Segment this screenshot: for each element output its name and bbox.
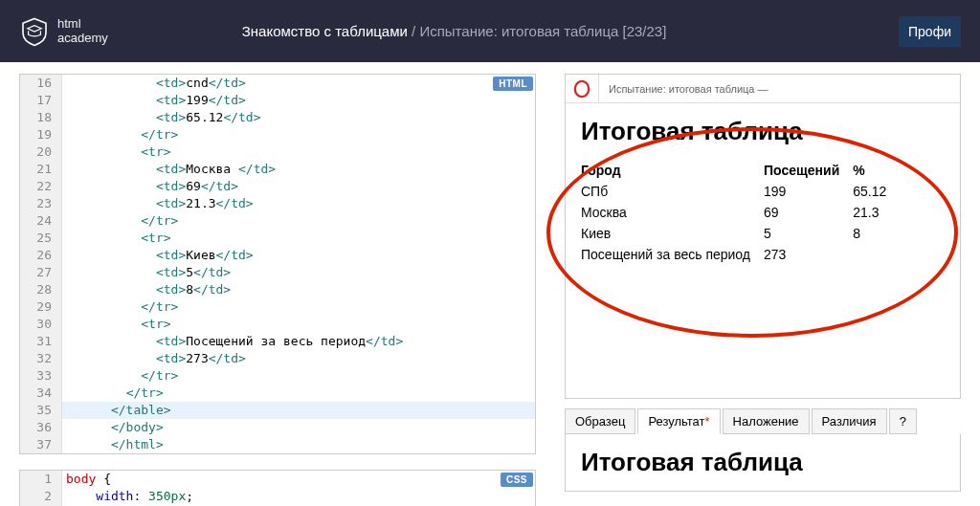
code-line[interactable]: 16 <td>cnd</td>: [20, 75, 535, 92]
tab-help[interactable]: ?: [889, 408, 917, 434]
table-cell: [853, 244, 900, 265]
code-line[interactable]: 37 </html>: [20, 436, 535, 453]
code-line[interactable]: 35 </table>: [20, 402, 535, 419]
breadcrumb: Знакомство с таблицами / Испытание: итог…: [242, 23, 667, 39]
logo[interactable]: html academy: [19, 16, 108, 47]
url-bar: Испытание: итоговая таблица —: [566, 75, 960, 103]
html-editor[interactable]: HTML 16 <td>cnd</td>17 <td>199</td>18 <t…: [19, 74, 536, 454]
breadcrumb-sub[interactable]: Испытание: итоговая таблица [23/23]: [419, 23, 666, 39]
code-line[interactable]: 18 <td>65.12</td>: [20, 109, 535, 126]
code-line[interactable]: 21 <td>Москва </td>: [20, 161, 535, 178]
shield-icon: [19, 16, 50, 47]
code-line[interactable]: 31 <td>Посещений за весь период</td>: [20, 333, 535, 350]
table-cell: Киев: [581, 223, 764, 244]
table-cell: 199: [764, 181, 853, 202]
breadcrumb-main[interactable]: Знакомство с таблицами: [242, 23, 408, 39]
svg-point-0: [575, 80, 589, 96]
css-editor[interactable]: CSS 1body {2 width: 350px;3 margin: 0;4 …: [19, 470, 536, 506]
table-header: Посещений: [764, 160, 853, 181]
code-line[interactable]: 32 <td>273</td>: [20, 350, 535, 367]
code-line[interactable]: 1body {: [20, 471, 535, 488]
code-line[interactable]: 33 </tr>: [20, 367, 535, 385]
table-header: %: [853, 160, 900, 181]
code-line[interactable]: 17 <td>199</td>: [20, 92, 535, 109]
code-line[interactable]: 22 <td>69</td>: [20, 178, 535, 195]
preview-browser: Испытание: итоговая таблица — Итоговая т…: [565, 74, 961, 399]
table-header: Город: [581, 160, 764, 181]
html-badge: HTML: [493, 77, 533, 91]
table-cell: 69: [764, 202, 853, 223]
code-line[interactable]: 27 <td>5</td>: [20, 264, 535, 281]
opera-icon: [573, 80, 590, 98]
code-line[interactable]: 29 </tr>: [20, 298, 535, 316]
code-line[interactable]: 28 <td>8</td>: [20, 281, 535, 298]
table-row: Посещений за весь период273: [581, 244, 900, 265]
logo-text: html academy: [57, 17, 108, 45]
result-tabs: Образец Результат* Наложение Различия ?: [565, 408, 961, 434]
tab-overlay[interactable]: Наложение: [723, 408, 810, 434]
code-line[interactable]: 25 <tr>: [20, 230, 535, 247]
tab-result[interactable]: Результат*: [637, 408, 720, 434]
editors-column: HTML 16 <td>cnd</td>17 <td>199</td>18 <t…: [19, 74, 536, 506]
code-line[interactable]: 34 </tr>: [20, 385, 535, 402]
table-cell: 5: [764, 223, 853, 244]
preview-title: Итоговая таблица: [581, 117, 945, 146]
table-cell: 21.3: [853, 202, 900, 223]
profile-button[interactable]: Профи: [899, 16, 961, 47]
table-row: СПб19965.12: [581, 181, 900, 202]
css-badge: CSS: [501, 473, 533, 487]
url-text: Испытание: итоговая таблица —: [598, 75, 768, 102]
table-row: Москва6921.3: [581, 202, 900, 223]
code-line[interactable]: 24 </tr>: [20, 212, 535, 230]
preview-content: Итоговая таблица ГородПосещений% СПб1996…: [566, 103, 960, 278]
code-line[interactable]: 23 <td>21.3</td>: [20, 195, 535, 212]
code-line[interactable]: 19 </tr>: [20, 126, 535, 143]
table-cell: Посещений за весь период: [581, 244, 764, 265]
code-line[interactable]: 36 </body>: [20, 419, 535, 436]
preview-table: ГородПосещений% СПб19965.12Москва6921.3К…: [581, 160, 900, 265]
table-cell: Москва: [581, 202, 764, 223]
preview-column: Испытание: итоговая таблица — Итоговая т…: [565, 74, 961, 506]
table-cell: СПб: [581, 181, 764, 202]
table-row: Киев58: [581, 223, 900, 244]
table-cell: 273: [764, 244, 853, 265]
table-cell: 65.12: [853, 181, 900, 202]
lower-preview: Итоговая таблица: [565, 434, 961, 492]
code-line[interactable]: 30 <tr>: [20, 316, 535, 333]
code-line[interactable]: 26 <td>Киев</td>: [20, 247, 535, 264]
main-area: HTML 16 <td>cnd</td>17 <td>199</td>18 <t…: [0, 62, 980, 506]
app-header: html academy Знакомство с таблицами / Ис…: [0, 0, 980, 62]
code-line[interactable]: 20 <tr>: [20, 143, 535, 161]
tab-diff[interactable]: Различия: [812, 408, 887, 434]
tab-sample[interactable]: Образец: [565, 408, 635, 434]
table-cell: 8: [853, 223, 900, 244]
lower-title: Итоговая таблица: [581, 448, 945, 477]
code-line[interactable]: 2 width: 350px;: [20, 488, 535, 505]
